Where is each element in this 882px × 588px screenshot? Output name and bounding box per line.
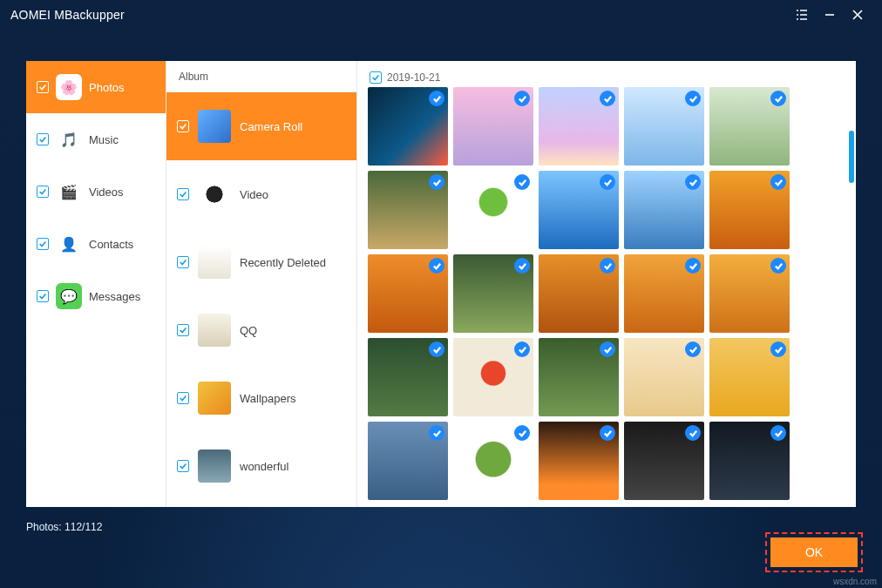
selected-badge-icon[interactable] bbox=[770, 174, 786, 190]
photo-thumb[interactable] bbox=[539, 254, 619, 333]
photo-thumb[interactable] bbox=[709, 422, 790, 500]
selected-badge-icon[interactable] bbox=[685, 258, 701, 274]
album-camera-roll[interactable]: Camera Roll bbox=[166, 92, 356, 160]
main-panel: 🌸Photos🎵Music🎬Videos👤Contacts💬Messages A… bbox=[26, 61, 856, 507]
photo-thumb[interactable] bbox=[624, 171, 704, 249]
album-thumb bbox=[198, 178, 231, 211]
watermark: wsxdn.com bbox=[833, 577, 877, 586]
category-music[interactable]: 🎵Music bbox=[26, 113, 166, 166]
photo-thumb[interactable] bbox=[453, 422, 533, 500]
selected-badge-icon[interactable] bbox=[685, 425, 701, 441]
album-checkbox[interactable] bbox=[177, 256, 189, 268]
selected-badge-icon[interactable] bbox=[514, 91, 530, 106]
selected-badge-icon[interactable] bbox=[514, 258, 530, 274]
album-recently-deleted[interactable]: Recently Deleted bbox=[166, 228, 356, 296]
selected-badge-icon[interactable] bbox=[770, 341, 786, 357]
photo-thumb[interactable] bbox=[368, 87, 448, 166]
messages-icon: 💬 bbox=[56, 283, 82, 309]
photo-thumb[interactable] bbox=[368, 338, 448, 416]
album-thumb bbox=[198, 449, 231, 483]
selected-badge-icon[interactable] bbox=[429, 425, 444, 441]
album-label: wonderful bbox=[240, 460, 288, 473]
photo-thumb[interactable] bbox=[624, 87, 704, 166]
selected-badge-icon[interactable] bbox=[600, 341, 615, 357]
selected-badge-icon[interactable] bbox=[685, 174, 701, 190]
photos-icon: 🌸 bbox=[56, 74, 82, 100]
photo-thumb[interactable] bbox=[539, 87, 619, 166]
selected-badge-icon[interactable] bbox=[514, 341, 530, 357]
selected-badge-icon[interactable] bbox=[685, 341, 701, 357]
selected-badge-icon[interactable] bbox=[600, 174, 615, 190]
selected-badge-icon[interactable] bbox=[514, 174, 530, 190]
category-checkbox[interactable] bbox=[37, 81, 49, 93]
selected-badge-icon[interactable] bbox=[685, 91, 701, 106]
album-checkbox[interactable] bbox=[177, 324, 189, 336]
category-checkbox[interactable] bbox=[37, 238, 49, 250]
photo-thumb[interactable] bbox=[709, 254, 790, 333]
category-videos[interactable]: 🎬Videos bbox=[26, 166, 166, 218]
category-checkbox[interactable] bbox=[37, 186, 49, 198]
album-checkbox[interactable] bbox=[177, 392, 189, 404]
date-checkbox[interactable] bbox=[370, 71, 382, 84]
photo-gallery: 2019-10-21 bbox=[357, 61, 856, 507]
photo-thumb[interactable] bbox=[453, 87, 533, 166]
category-label: Music bbox=[89, 133, 119, 146]
album-video[interactable]: Video bbox=[166, 160, 356, 228]
selected-badge-icon[interactable] bbox=[429, 341, 444, 357]
album-checkbox[interactable] bbox=[177, 120, 189, 132]
photo-thumb[interactable] bbox=[624, 338, 704, 416]
category-checkbox[interactable] bbox=[37, 290, 49, 302]
photo-thumb[interactable] bbox=[709, 338, 790, 416]
category-photos[interactable]: 🌸Photos bbox=[26, 61, 166, 113]
ok-button[interactable]: OK bbox=[770, 537, 858, 567]
album-thumb bbox=[198, 246, 231, 279]
album-label: Camera Roll bbox=[240, 120, 302, 133]
photo-thumb[interactable] bbox=[624, 422, 704, 500]
selected-badge-icon[interactable] bbox=[429, 258, 444, 274]
photo-thumb[interactable] bbox=[368, 254, 448, 333]
ok-highlight: OK bbox=[765, 532, 863, 572]
scrollbar-thumb[interactable] bbox=[849, 131, 854, 183]
selected-badge-icon[interactable] bbox=[770, 258, 786, 274]
photo-thumb[interactable] bbox=[709, 87, 790, 166]
music-icon: 🎵 bbox=[56, 126, 82, 152]
date-header[interactable]: 2019-10-21 bbox=[370, 71, 845, 84]
selected-badge-icon[interactable] bbox=[770, 91, 786, 106]
selected-badge-icon[interactable] bbox=[514, 425, 530, 441]
album-wallpapers[interactable]: Wallpapers bbox=[166, 364, 356, 432]
category-messages[interactable]: 💬Messages bbox=[26, 270, 166, 322]
album-checkbox[interactable] bbox=[177, 460, 189, 472]
selected-badge-icon[interactable] bbox=[600, 258, 615, 274]
album-label: Wallpapers bbox=[240, 392, 296, 405]
photo-thumb[interactable] bbox=[624, 254, 704, 333]
album-thumb bbox=[198, 314, 231, 347]
photo-thumb[interactable] bbox=[453, 254, 533, 333]
selected-badge-icon[interactable] bbox=[770, 425, 786, 441]
app-title: AOMEI MBackupper bbox=[10, 8, 125, 22]
photo-thumb[interactable] bbox=[709, 171, 790, 249]
photo-thumb[interactable] bbox=[453, 338, 533, 416]
selected-badge-icon[interactable] bbox=[429, 174, 444, 190]
photo-thumb[interactable] bbox=[539, 338, 619, 416]
category-label: Photos bbox=[89, 81, 124, 94]
album-checkbox[interactable] bbox=[177, 188, 189, 200]
album-wonderful[interactable]: wonderful bbox=[166, 432, 356, 500]
list-view-icon[interactable] bbox=[788, 0, 816, 30]
photo-thumb[interactable] bbox=[368, 422, 448, 500]
photo-thumb[interactable] bbox=[539, 171, 619, 249]
album-label: QQ bbox=[240, 324, 257, 337]
photo-thumb[interactable] bbox=[368, 171, 448, 249]
category-checkbox[interactable] bbox=[37, 133, 49, 145]
album-thumb bbox=[198, 382, 231, 415]
photo-thumb[interactable] bbox=[453, 171, 533, 249]
selected-badge-icon[interactable] bbox=[600, 91, 615, 106]
selected-badge-icon[interactable] bbox=[429, 91, 444, 106]
album-header: Album bbox=[166, 61, 356, 92]
category-sidebar: 🌸Photos🎵Music🎬Videos👤Contacts💬Messages bbox=[26, 61, 166, 507]
photo-thumb[interactable] bbox=[539, 422, 619, 500]
selected-badge-icon[interactable] bbox=[600, 425, 615, 441]
album-qq[interactable]: QQ bbox=[166, 296, 356, 364]
close-icon[interactable] bbox=[844, 0, 872, 30]
category-contacts[interactable]: 👤Contacts bbox=[26, 218, 166, 270]
minimize-icon[interactable] bbox=[816, 0, 844, 30]
